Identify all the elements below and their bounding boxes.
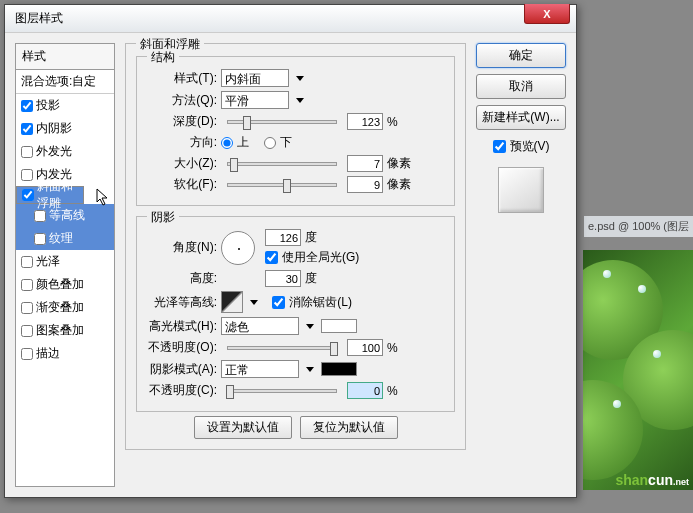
highlight-opacity-slider[interactable] <box>227 346 337 350</box>
style-item-斜面和浮雕[interactable]: 斜面和浮雕 <box>16 186 84 204</box>
shadow-color-swatch[interactable] <box>321 362 357 376</box>
direction-up-radio[interactable] <box>221 137 233 149</box>
highlight-color-swatch[interactable] <box>321 319 357 333</box>
antialias-label: 消除锯齿(L) <box>289 294 352 311</box>
angle-label: 角度(N): <box>145 239 217 256</box>
highlight-opacity-label: 不透明度(O): <box>145 339 217 356</box>
style-checkbox[interactable] <box>22 189 34 201</box>
chevron-down-icon[interactable] <box>303 360 317 378</box>
style-item-label: 投影 <box>36 97 60 114</box>
soften-input[interactable] <box>347 176 383 193</box>
size-input[interactable] <box>347 155 383 172</box>
technique-select[interactable]: 平滑 <box>221 91 289 109</box>
shadow-mode-select[interactable]: 正常 <box>221 360 299 378</box>
size-slider[interactable] <box>227 162 337 166</box>
direction-up-label: 上 <box>237 134 249 151</box>
new-style-button[interactable]: 新建样式(W)... <box>476 105 566 130</box>
shading-fieldset: 阴影 角度(N): 度 使用全局光(G) <box>136 216 455 412</box>
structure-legend: 结构 <box>147 49 179 66</box>
style-item-内阴影[interactable]: 内阴影 <box>16 117 114 140</box>
preview-swatch <box>498 167 544 213</box>
direction-down-radio[interactable] <box>264 137 276 149</box>
direction-down-label: 下 <box>280 134 292 151</box>
style-item-label: 渐变叠加 <box>36 299 84 316</box>
watermark: shancun.net <box>615 472 689 488</box>
depth-input[interactable] <box>347 113 383 130</box>
close-button[interactable]: X <box>524 4 570 24</box>
global-light-checkbox[interactable] <box>265 251 278 264</box>
document-caption: e.psd @ 100% (图层 <box>584 216 693 237</box>
style-checkbox[interactable] <box>21 169 33 181</box>
style-checkbox[interactable] <box>21 325 33 337</box>
preview-checkbox[interactable] <box>493 140 506 153</box>
gloss-label: 光泽等高线: <box>145 294 217 311</box>
style-item-label: 内阴影 <box>36 120 72 137</box>
style-item-label: 颜色叠加 <box>36 276 84 293</box>
style-item-颜色叠加[interactable]: 颜色叠加 <box>16 273 114 296</box>
angle-input[interactable] <box>265 229 301 246</box>
highlight-mode-select[interactable]: 滤色 <box>221 317 299 335</box>
ok-button[interactable]: 确定 <box>476 43 566 68</box>
soften-unit: 像素 <box>387 176 415 193</box>
depth-unit: % <box>387 115 415 129</box>
dialog-buttons: 确定 取消 新建样式(W)... 预览(V) <box>476 43 566 487</box>
shadow-opacity-input[interactable] <box>347 382 383 399</box>
blend-options-item[interactable]: 混合选项:自定 <box>16 70 114 94</box>
style-item-label: 等高线 <box>49 207 85 224</box>
bevel-fieldset: 斜面和浮雕 结构 样式(T): 内斜面 方法(Q): 平滑 深度(D): <box>125 43 466 450</box>
structure-fieldset: 结构 样式(T): 内斜面 方法(Q): 平滑 深度(D): <box>136 56 455 206</box>
style-checkbox[interactable] <box>21 146 33 158</box>
make-default-button[interactable]: 设置为默认值 <box>194 416 292 439</box>
highlight-opacity-input[interactable] <box>347 339 383 356</box>
shadow-opacity-unit: % <box>387 384 415 398</box>
soften-label: 软化(F): <box>145 176 217 193</box>
antialias-checkbox[interactable] <box>272 296 285 309</box>
style-checkbox[interactable] <box>21 348 33 360</box>
soften-slider[interactable] <box>227 183 337 187</box>
direction-label: 方向: <box>145 134 217 151</box>
angle-dial[interactable] <box>221 231 255 265</box>
highlight-opacity-unit: % <box>387 341 415 355</box>
style-checkbox[interactable] <box>34 233 46 245</box>
global-light-label: 使用全局光(G) <box>282 249 359 266</box>
chevron-down-icon[interactable] <box>247 293 261 311</box>
chevron-down-icon[interactable] <box>293 91 307 109</box>
altitude-input[interactable] <box>265 270 301 287</box>
highlight-mode-label: 高光模式(H): <box>145 318 217 335</box>
background-image: shancun.net <box>583 250 693 490</box>
style-checkbox[interactable] <box>34 210 46 222</box>
reset-default-button[interactable]: 复位为默认值 <box>300 416 398 439</box>
chevron-down-icon[interactable] <box>303 317 317 335</box>
styles-header[interactable]: 样式 <box>16 44 114 70</box>
style-item-图案叠加[interactable]: 图案叠加 <box>16 319 114 342</box>
size-unit: 像素 <box>387 155 415 172</box>
style-checkbox[interactable] <box>21 256 33 268</box>
style-item-等高线[interactable]: 等高线 <box>16 204 114 227</box>
titlebar[interactable]: 图层样式 X <box>5 5 576 33</box>
style-checkbox[interactable] <box>21 123 33 135</box>
style-item-投影[interactable]: 投影 <box>16 94 114 117</box>
shadow-mode-label: 阴影模式(A): <box>145 361 217 378</box>
style-label: 样式(T): <box>145 70 217 87</box>
style-item-渐变叠加[interactable]: 渐变叠加 <box>16 296 114 319</box>
technique-label: 方法(Q): <box>145 92 217 109</box>
style-item-纹理[interactable]: 纹理 <box>16 227 114 250</box>
style-checkbox[interactable] <box>21 100 33 112</box>
depth-slider[interactable] <box>227 120 337 124</box>
style-item-label: 纹理 <box>49 230 73 247</box>
shadow-opacity-slider[interactable] <box>227 389 337 393</box>
style-select[interactable]: 内斜面 <box>221 69 289 87</box>
style-item-描边[interactable]: 描边 <box>16 342 114 365</box>
style-item-外发光[interactable]: 外发光 <box>16 140 114 163</box>
altitude-unit: 度 <box>305 270 317 287</box>
style-checkbox[interactable] <box>21 302 33 314</box>
depth-label: 深度(D): <box>145 113 217 130</box>
size-label: 大小(Z): <box>145 155 217 172</box>
gloss-contour-picker[interactable] <box>221 291 243 313</box>
shadow-opacity-label: 不透明度(C): <box>145 382 217 399</box>
style-item-光泽[interactable]: 光泽 <box>16 250 114 273</box>
style-checkbox[interactable] <box>21 279 33 291</box>
cancel-button[interactable]: 取消 <box>476 74 566 99</box>
layer-style-dialog: 图层样式 X 样式 混合选项:自定 投影内阴影外发光内发光斜面和浮雕等高线纹理光… <box>4 4 577 498</box>
chevron-down-icon[interactable] <box>293 69 307 87</box>
